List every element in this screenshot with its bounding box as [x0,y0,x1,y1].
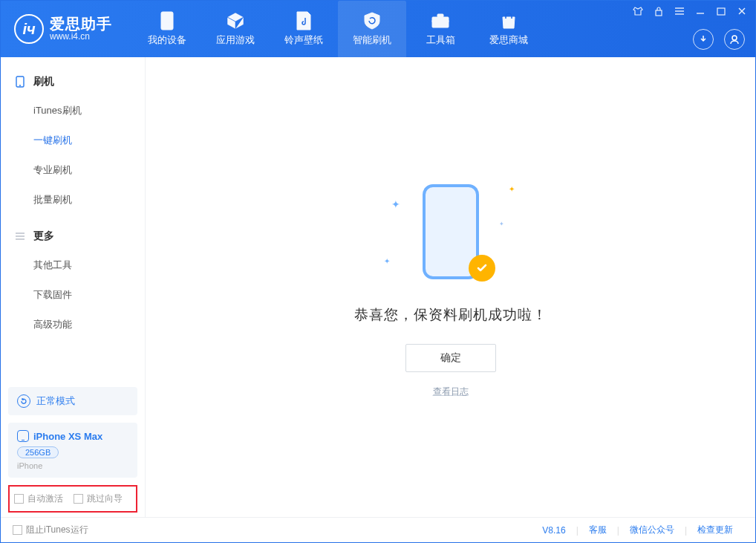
tab-store[interactable]: 爱思商城 [475,1,543,57]
device-type: iPhone [17,461,128,470]
tab-label: 工具箱 [426,33,455,47]
minimize-icon[interactable] [694,5,706,17]
version-label: V8.16 [542,525,565,536]
logo-icon: iч [14,14,44,44]
device-icon [157,11,177,30]
success-message: 恭喜您，保资料刷机成功啦！ [354,305,547,325]
checkbox-block-itunes[interactable]: 阻止iTunes运行 [13,524,88,536]
sidebar-group-more: 更多 [1,222,145,250]
sidebar-item-batch-flash[interactable]: 批量刷机 [1,185,145,215]
mode-card[interactable]: 正常模式 [8,387,137,415]
checkbox-icon [14,494,24,504]
sidebar-group-flash: 刷机 [1,68,145,96]
user-controls [693,29,745,50]
music-file-icon [294,11,313,30]
window-controls [632,5,748,17]
checkbox-icon [74,494,83,504]
view-log-link[interactable]: 查看日志 [433,386,469,398]
group-label: 更多 [33,230,54,243]
sidebar-item-advanced[interactable]: 高级功能 [1,310,145,339]
app-subtitle: www.i4.cn [50,32,112,42]
checkbox-icon [13,525,22,535]
app-title: 爱思助手 [50,16,112,32]
close-icon[interactable] [736,5,748,17]
checkbox-skip-guide[interactable]: 跳过向导 [74,492,123,505]
ok-button[interactable]: 确定 [405,344,496,372]
tab-my-device[interactable]: 我的设备 [133,1,201,57]
checkbox-label: 阻止iTunes运行 [26,524,88,536]
refresh-shield-icon [362,11,382,30]
sidebar-item-other-tools[interactable]: 其他工具 [1,250,145,280]
download-icon[interactable] [693,29,714,50]
device-name: iPhone XS Max [17,430,128,442]
check-badge-icon [469,255,495,282]
success-illustration: ✦ ✦ ✦ ✦ [377,176,525,287]
device-card[interactable]: iPhone XS Max 256GB iPhone [8,423,137,478]
tab-label: 铃声壁纸 [284,33,323,47]
tab-label: 我的设备 [148,33,186,47]
svg-rect-4 [656,10,662,16]
options-box: 自动激活 跳过向导 [8,485,137,513]
check-update-link[interactable]: 检查更新 [697,524,733,536]
statusbar: 阻止iTunes运行 V8.16 | 客服 | 微信公众号 | 检查更新 [1,517,755,542]
toolbox-icon [431,11,450,30]
cube-icon [226,11,245,30]
mode-label: 正常模式 [36,394,75,408]
storage-badge: 256GB [17,446,59,458]
sidebar-item-oneclick-flash[interactable]: 一键刷机 [1,126,145,155]
sidebar-item-itunes-flash[interactable]: iTunes刷机 [1,96,145,126]
tab-apps[interactable]: 应用游戏 [201,1,270,57]
checkbox-label: 跳过向导 [87,492,123,505]
sparkle-icon: ✦ [499,221,504,227]
main-content: ✦ ✦ ✦ ✦ 恭喜您，保资料刷机成功啦！ 确定 查看日志 [146,57,755,517]
lock-icon[interactable] [653,5,665,17]
tab-label: 应用游戏 [216,33,255,47]
support-link[interactable]: 客服 [589,524,607,536]
wechat-link[interactable]: 微信公众号 [630,524,674,536]
list-icon [14,230,26,242]
svg-rect-1 [432,17,449,27]
tab-toolbox[interactable]: 工具箱 [406,1,475,57]
sparkle-icon: ✦ [384,257,390,265]
svg-rect-9 [717,8,725,15]
mode-icon [17,394,30,408]
checkbox-label: 自动激活 [27,492,63,505]
sidebar-item-download-firmware[interactable]: 下载固件 [1,280,145,310]
titlebar: iч 爱思助手 www.i4.cn 我的设备 应用游戏 铃声壁纸 智能刷机 [1,1,755,57]
sidebar-item-pro-flash[interactable]: 专业刷机 [1,155,145,185]
bag-icon [499,11,518,30]
svg-rect-2 [437,14,443,17]
maximize-icon[interactable] [715,5,727,17]
tab-flash[interactable]: 智能刷机 [338,1,406,57]
sidebar: 刷机 iTunes刷机 一键刷机 专业刷机 批量刷机 更多 其他工具 下载固件 … [1,57,146,517]
svg-rect-0 [161,12,173,30]
checkbox-auto-activate[interactable]: 自动激活 [14,492,63,505]
logo: iч 爱思助手 www.i4.cn [1,1,127,57]
user-icon[interactable] [724,29,745,50]
menu-icon[interactable] [674,5,685,17]
svg-rect-3 [432,21,449,22]
group-label: 刷机 [33,75,54,88]
shirt-icon[interactable] [632,5,644,17]
app-window: iч 爱思助手 www.i4.cn 我的设备 应用游戏 铃声壁纸 智能刷机 [0,0,756,543]
svg-point-12 [732,36,737,40]
device-phone-icon [17,430,29,442]
phone-icon [14,76,26,88]
tab-label: 爱思商城 [489,33,528,47]
sparkle-icon: ✦ [391,198,400,210]
sparkle-icon: ✦ [509,185,515,193]
tab-ringtones[interactable]: 铃声壁纸 [270,1,338,57]
tab-label: 智能刷机 [353,33,391,47]
